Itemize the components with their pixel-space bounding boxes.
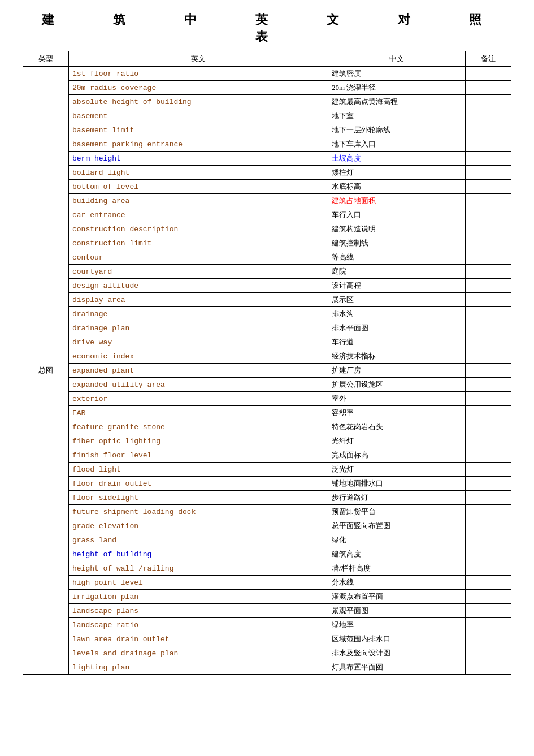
header-note: 备注 <box>466 51 511 67</box>
chinese-cell: 步行道路灯 <box>328 491 466 505</box>
table-row: courtyard庭院 <box>23 265 511 279</box>
table-row: grass land绿化 <box>23 533 511 547</box>
table-row: lawn area drain outlet区域范围内排水口 <box>23 632 511 646</box>
note-cell <box>466 279 511 293</box>
english-cell: lighting plan <box>69 660 328 675</box>
english-cell: building area <box>69 194 328 208</box>
note-cell <box>466 618 511 632</box>
table-row: basement地下室 <box>23 109 511 123</box>
note-cell <box>466 335 511 349</box>
table-row: building area建筑占地面积 <box>23 194 511 208</box>
chinese-cell: 排水及竖向设计图 <box>328 646 466 660</box>
table-row: bottom of level水底标高 <box>23 180 511 194</box>
english-cell: construction limit <box>69 236 328 250</box>
table-row: floor sidelight步行道路灯 <box>23 491 511 505</box>
note-cell <box>466 519 511 533</box>
english-cell: expanded plant <box>69 364 328 378</box>
english-cell: landscape ratio <box>69 618 328 632</box>
table-row: high point level分水线 <box>23 576 511 590</box>
chinese-cell: 地下车库入口 <box>328 137 466 152</box>
chinese-cell: 墙/栏杆高度 <box>328 561 466 576</box>
english-cell: contour <box>69 250 328 265</box>
page: 建 筑 中 英 文 对 照 表 类型 英文 中文 备注 总图1st floor … <box>0 0 534 756</box>
note-cell <box>466 576 511 590</box>
category-cell: 总图 <box>23 67 69 675</box>
chinese-cell: 扩建厂房 <box>328 364 466 378</box>
chinese-cell: 地下一层外轮廓线 <box>328 123 466 137</box>
note-cell <box>466 491 511 505</box>
chinese-cell: 灌溉点布置平面 <box>328 590 466 604</box>
main-table: 类型 英文 中文 备注 总图1st floor ratio建筑密度20m rad… <box>23 51 511 675</box>
chinese-cell: 容积率 <box>328 406 466 420</box>
chinese-cell: 建筑高度 <box>328 547 466 561</box>
english-cell: expanded utility area <box>69 378 328 392</box>
table-row: economic index经济技术指标 <box>23 349 511 364</box>
table-row: height of building建筑高度 <box>23 547 511 561</box>
note-cell <box>466 463 511 477</box>
table-row: levels and drainage plan排水及竖向设计图 <box>23 646 511 660</box>
note-cell <box>466 505 511 519</box>
note-cell <box>466 67 511 81</box>
note-cell <box>466 222 511 236</box>
table-row: lighting plan灯具布置平面图 <box>23 660 511 675</box>
note-cell <box>466 646 511 660</box>
english-cell: economic index <box>69 349 328 364</box>
table-row: finish floor level完成面标高 <box>23 448 511 463</box>
chinese-cell: 绿地率 <box>328 618 466 632</box>
chinese-cell: 特色花岗岩石头 <box>328 420 466 434</box>
english-cell: bottom of level <box>69 180 328 194</box>
chinese-cell: 灯具布置平面图 <box>328 660 466 675</box>
english-cell: irrigation plan <box>69 590 328 604</box>
note-cell <box>466 180 511 194</box>
table-row: car entrance车行入口 <box>23 208 511 222</box>
note-cell <box>466 95 511 109</box>
chinese-cell: 等高线 <box>328 250 466 265</box>
table-row: 20m radius coverage20m 浇灌半径 <box>23 81 511 95</box>
note-cell <box>466 208 511 222</box>
english-cell: 1st floor ratio <box>69 67 328 81</box>
table-row: fiber optic lighting光纤灯 <box>23 434 511 448</box>
note-cell <box>466 660 511 675</box>
header-type: 类型 <box>23 51 69 67</box>
table-row: drainage排水沟 <box>23 307 511 321</box>
note-cell <box>466 420 511 434</box>
chinese-cell: 土坡高度 <box>328 152 466 166</box>
chinese-cell: 室外 <box>328 392 466 406</box>
chinese-cell: 排水平面图 <box>328 321 466 335</box>
english-cell: basement parking entrance <box>69 137 328 152</box>
chinese-cell: 建筑控制线 <box>328 236 466 250</box>
table-row: flood light泛光灯 <box>23 463 511 477</box>
header-chinese: 中文 <box>328 51 466 67</box>
chinese-cell: 20m 浇灌半径 <box>328 81 466 95</box>
english-cell: floor sidelight <box>69 491 328 505</box>
table-row: landscape plans景观平面图 <box>23 604 511 618</box>
table-row: expanded utility area扩展公用设施区 <box>23 378 511 392</box>
english-cell: bollard light <box>69 166 328 180</box>
note-cell <box>466 109 511 123</box>
english-cell: feature granite stone <box>69 420 328 434</box>
table-row: construction limit建筑控制线 <box>23 236 511 250</box>
english-cell: high point level <box>69 576 328 590</box>
english-cell: exterior <box>69 392 328 406</box>
note-cell <box>466 265 511 279</box>
note-cell <box>466 392 511 406</box>
english-cell: 20m radius coverage <box>69 81 328 95</box>
note-cell <box>466 561 511 576</box>
table-row: drive way车行道 <box>23 335 511 349</box>
table-row: exterior室外 <box>23 392 511 406</box>
english-cell: basement limit <box>69 123 328 137</box>
english-cell: basement <box>69 109 328 123</box>
table-row: grade elevation总平面竖向布置图 <box>23 519 511 533</box>
note-cell <box>466 166 511 180</box>
chinese-cell: 景观平面图 <box>328 604 466 618</box>
table-row: feature granite stone特色花岗岩石头 <box>23 420 511 434</box>
chinese-cell: 扩展公用设施区 <box>328 378 466 392</box>
english-cell: floor drain outlet <box>69 477 328 491</box>
chinese-cell: 建筑密度 <box>328 67 466 81</box>
chinese-cell: 总平面竖向布置图 <box>328 519 466 533</box>
english-cell: berm height <box>69 152 328 166</box>
chinese-cell: 建筑最高点黄海高程 <box>328 95 466 109</box>
chinese-cell: 完成面标高 <box>328 448 466 463</box>
chinese-cell: 泛光灯 <box>328 463 466 477</box>
note-cell <box>466 250 511 265</box>
